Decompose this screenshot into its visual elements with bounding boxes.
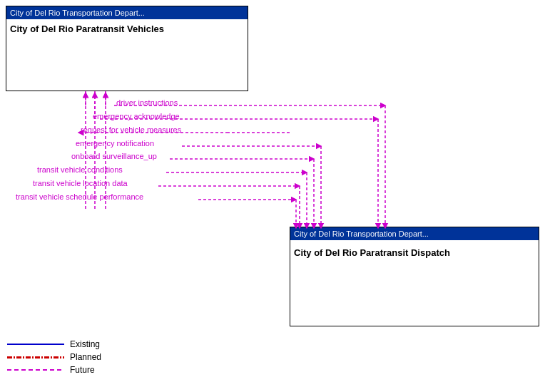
legend-existing: Existing xyxy=(7,339,101,349)
legend-existing-line xyxy=(7,344,64,345)
flow-label-transit-vehicle-location: transit vehicle location data xyxy=(33,179,128,187)
dispatch-box: City of Del Rio Transportation Depart...… xyxy=(290,227,539,326)
flow-label-transit-schedule-performance: transit vehicle schedule performance xyxy=(16,192,143,201)
flow-label-emergency-acknowledge: emergency acknowledge xyxy=(93,112,180,120)
flow-label-request-vehicle-measures: request for vehicle measures xyxy=(81,125,181,134)
flow-label-emergency-notification: emergency notification xyxy=(76,139,154,148)
dispatch-box-title: City of Del Rio Paratransit Dispatch xyxy=(290,240,539,265)
flow-label-onboard-surveillance: onboard surveillance_up xyxy=(71,152,157,160)
flow-label-transit-vehicle-conditions: transit vehicle conditions xyxy=(37,165,123,174)
vehicles-box-header: City of Del Rio Transportation Depart... xyxy=(6,6,248,19)
legend-planned: Planned xyxy=(7,352,101,362)
legend-future: Future xyxy=(7,365,101,375)
legend-planned-line xyxy=(7,356,64,359)
flow-label-driver-instructions: driver instructions xyxy=(116,98,178,107)
vehicles-box: City of Del Rio Transportation Depart...… xyxy=(6,6,248,91)
dispatch-box-header: City of Del Rio Transportation Depart... xyxy=(290,227,539,240)
vehicles-box-title: City of Del Rio Paratransit Vehicles xyxy=(6,19,248,38)
legend-planned-label: Planned xyxy=(70,352,101,362)
legend: Existing Planned Future xyxy=(7,339,101,378)
legend-future-line xyxy=(7,369,64,371)
legend-existing-label: Existing xyxy=(70,339,100,349)
legend-future-label: Future xyxy=(70,365,95,375)
